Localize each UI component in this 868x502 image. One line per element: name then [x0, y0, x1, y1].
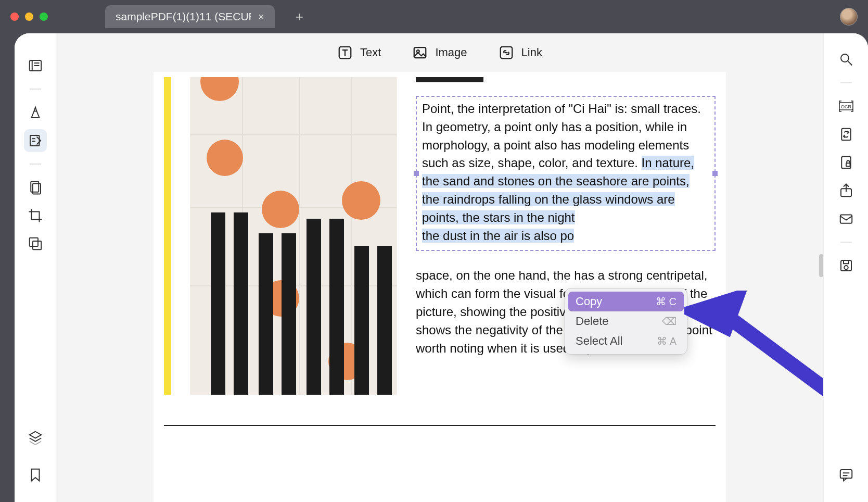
svg-rect-19 [841, 129, 851, 141]
titlebar: samplePDF(1)(1)11 (SECUR × + [0, 0, 868, 33]
svg-point-26 [844, 266, 848, 270]
comments-button[interactable] [835, 463, 858, 486]
crop-tool-button[interactable] [24, 204, 47, 227]
pdf-page: Point, the interpretation of "Ci Hai" is… [154, 72, 726, 502]
window-controls [10, 12, 48, 21]
save-button[interactable] [835, 254, 858, 277]
selected-text-block[interactable]: Point, the interpretation of "Ci Hai" is… [416, 96, 716, 251]
svg-rect-12 [414, 47, 426, 58]
highlighter-tool-button[interactable] [24, 101, 47, 124]
page-manager-button[interactable] [24, 176, 47, 199]
link-tool-button[interactable]: Link [499, 45, 542, 60]
link-tool-label: Link [521, 46, 542, 59]
paragraph1-tail: the dust in the air is also po [422, 229, 574, 243]
sidebar-separator [840, 242, 852, 243]
protect-button[interactable] [835, 151, 858, 174]
context-menu-copy[interactable]: Copy ⌘ C [568, 292, 684, 311]
scrollbar-thumb[interactable] [819, 254, 823, 277]
horizontal-rule [164, 425, 716, 426]
image-tool-button[interactable]: Image [412, 45, 467, 60]
svg-point-15 [841, 54, 849, 62]
selectall-label: Select All [576, 334, 623, 348]
user-avatar[interactable] [840, 8, 858, 26]
layers-button[interactable] [24, 426, 47, 449]
svg-rect-21 [846, 163, 850, 166]
main-window: Text Image Link [15, 33, 868, 502]
delete-icon: ⌫ [662, 315, 676, 328]
tab-close-icon[interactable]: × [258, 11, 264, 23]
bookmark-button[interactable] [24, 463, 47, 486]
left-sidebar [15, 33, 56, 502]
document-tab[interactable]: samplePDF(1)(1)11 (SECUR × [105, 5, 275, 28]
svg-rect-25 [844, 260, 849, 263]
svg-text:OCR: OCR [841, 104, 852, 109]
edit-toolbar: Text Image Link [56, 33, 823, 72]
tab-title: samplePDF(1)(1)11 (SECUR [116, 10, 251, 23]
search-button[interactable] [835, 48, 858, 71]
svg-line-16 [848, 61, 852, 66]
image-tool-label: Image [435, 46, 467, 59]
sidebar-separator [30, 89, 41, 90]
svg-rect-9 [29, 238, 37, 246]
text-tool-label: Text [360, 46, 381, 59]
page-viewport[interactable]: Point, the interpretation of "Ci Hai" is… [56, 72, 823, 502]
copy-shortcut: ⌘ C [656, 295, 676, 308]
context-menu-delete[interactable]: Delete ⌫ [568, 311, 684, 331]
selection-handle-left[interactable] [414, 171, 419, 176]
context-menu: Copy ⌘ C Delete ⌫ Select All ⌘ A [565, 288, 687, 355]
ocr-button[interactable]: OCR [835, 95, 858, 118]
text-tool-button[interactable]: Text [337, 45, 381, 60]
svg-rect-4 [30, 135, 40, 146]
compare-tool-button[interactable] [24, 232, 47, 255]
new-tab-button[interactable]: + [296, 9, 303, 25]
copy-label: Copy [576, 295, 602, 308]
fullscreen-window-button[interactable] [40, 12, 48, 21]
sidebar-separator [840, 82, 852, 83]
sidebar-separator [30, 164, 41, 165]
share-button[interactable] [835, 179, 858, 202]
yellow-margin-strip [164, 77, 171, 395]
thumbnails-panel-button[interactable] [24, 54, 47, 77]
heading-rule [416, 77, 483, 82]
minimize-window-button[interactable] [25, 12, 33, 21]
selection-handle-right[interactable] [712, 171, 718, 176]
delete-label: Delete [576, 315, 609, 328]
center-pane: Text Image Link [56, 33, 823, 502]
svg-rect-10 [33, 241, 41, 249]
close-window-button[interactable] [10, 12, 19, 21]
right-sidebar: OCR [823, 33, 868, 502]
mail-button[interactable] [835, 207, 858, 230]
embedded-image[interactable] [190, 77, 397, 395]
context-menu-select-all[interactable]: Select All ⌘ A [568, 331, 684, 351]
edit-tool-button[interactable] [24, 129, 47, 152]
svg-rect-27 [840, 470, 852, 478]
selectall-shortcut: ⌘ A [657, 335, 676, 347]
convert-button[interactable] [835, 123, 858, 146]
svg-rect-23 [840, 215, 852, 223]
